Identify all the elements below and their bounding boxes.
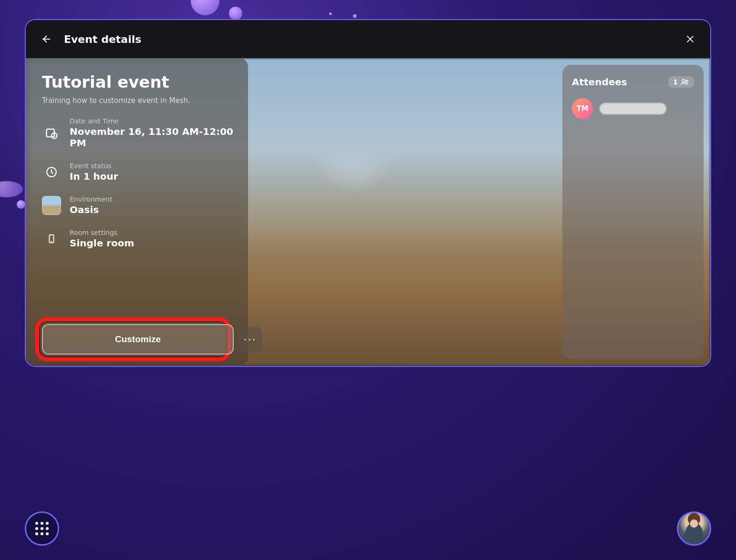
attendee-row[interactable]: TM	[572, 98, 694, 119]
status-value: In 1 hour	[70, 171, 118, 182]
meta-status: Event status In 1 hour	[42, 162, 234, 182]
close-icon	[685, 34, 695, 44]
meta-room: Room settings Single room	[42, 229, 234, 249]
event-title: Tutorial event	[42, 72, 234, 92]
calendar-clock-icon	[42, 123, 61, 143]
attendee-count: 1	[673, 78, 678, 86]
attendee-avatar: TM	[572, 98, 593, 119]
attendees-header: Attendees 1	[572, 76, 694, 88]
event-description: Training how to customize event in Mesh.	[42, 96, 234, 105]
content-area: Tutorial event Training how to customize…	[26, 58, 710, 366]
back-button[interactable]	[39, 32, 52, 46]
decor-orb	[329, 12, 332, 15]
close-button[interactable]	[684, 32, 697, 46]
attendee-name-redacted	[600, 103, 666, 114]
attendees-title: Attendees	[572, 76, 627, 88]
svg-point-5	[686, 80, 688, 82]
window-title: Event details	[64, 33, 141, 45]
arrow-left-icon	[40, 33, 52, 45]
environment-thumbnail	[42, 196, 61, 215]
decor-orb	[0, 181, 23, 197]
decor-orb	[191, 0, 219, 15]
meta-datetime: Date and Time November 16, 11:30 AM-12:0…	[42, 117, 234, 149]
datetime-label: Date and Time	[70, 117, 234, 125]
room-value: Single room	[70, 237, 134, 249]
grid-icon	[35, 522, 49, 535]
environment-value: Oasis	[70, 204, 112, 215]
app-menu-button[interactable]	[25, 511, 59, 546]
titlebar: Event details	[26, 20, 710, 58]
more-actions-button[interactable]: ···	[238, 327, 262, 352]
meta-environment: Environment Oasis	[42, 195, 234, 215]
environment-label: Environment	[70, 195, 112, 203]
event-info-panel: Tutorial event Training how to customize…	[26, 58, 248, 366]
svg-point-4	[682, 80, 685, 82]
clock-icon	[42, 163, 61, 182]
status-label: Event status	[70, 162, 118, 170]
people-icon	[681, 79, 689, 85]
decor-orb	[229, 7, 242, 20]
datetime-value: November 16, 11:30 AM-12:00 PM	[70, 126, 234, 149]
attendee-count-badge: 1	[668, 76, 694, 88]
room-label: Room settings	[70, 229, 134, 236]
action-row: Customize ···	[42, 324, 234, 355]
decor-orb	[17, 200, 25, 209]
decor-orb	[353, 14, 357, 18]
attendees-panel: Attendees 1 TM	[562, 65, 704, 359]
event-details-window: Event details Tutorial event Training ho…	[25, 19, 711, 367]
customize-button[interactable]: Customize	[42, 324, 234, 355]
device-icon	[42, 229, 61, 248]
user-avatar-button[interactable]	[677, 511, 711, 546]
